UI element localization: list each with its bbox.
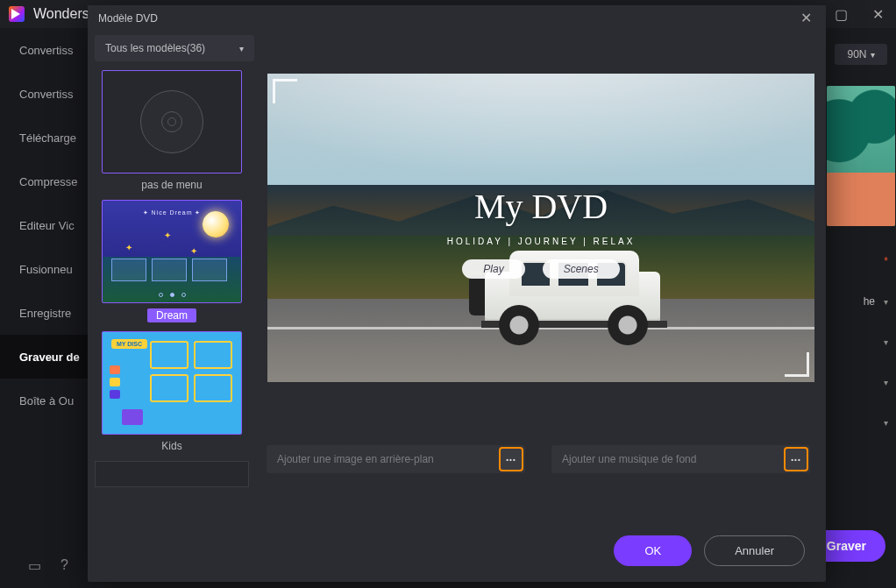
background-music-input[interactable]: Ajouter une musique de fond ••• [551, 445, 810, 473]
maximize-button[interactable]: ▢ [822, 0, 859, 28]
chevron-down-icon: ▾ [239, 44, 244, 53]
placeholder-text: Ajouter une image en arrière-plan [277, 453, 434, 465]
template-thumb: ✦ Nice Dream ✦ ✦ ✦ ✦ [102, 200, 242, 303]
template-card-more[interactable] [95, 461, 249, 487]
sidebar-item-burner[interactable]: Graveur de [0, 335, 96, 379]
preview-scenes-button[interactable]: Scenes [543, 259, 620, 279]
browse-music-button[interactable]: ••• [784, 447, 808, 471]
sidebar-item-toolbox[interactable]: Boîte à Ou [0, 379, 96, 422]
placeholder-text: Ajouter une musique de fond [562, 453, 696, 465]
sidebar-item-convert-1[interactable]: Convertiss [0, 28, 96, 72]
preview-title[interactable]: My DVD [267, 186, 814, 227]
required-mark: * [884, 255, 888, 267]
chevron-down-icon: ▾ [871, 50, 875, 60]
template-list[interactable]: pas de menu ✦ Nice Dream ✦ ✦ ✦ ✦ Dream [95, 70, 254, 519]
template-label: Dream [147, 308, 196, 322]
template-filter-select[interactable]: Tous les modèles(36) ▾ [95, 35, 254, 61]
top-right-select[interactable]: 90N▾ [835, 44, 887, 65]
preview-tags: HOLIDAY | JOURNEY | RELAX [267, 237, 814, 246]
sidebar-item-merge[interactable]: Fusionneu [0, 247, 96, 291]
right-option-row[interactable]: ▾ [827, 366, 888, 398]
template-thumb [102, 70, 242, 174]
book-icon[interactable]: ▭ [28, 557, 41, 574]
sidebar-item-compress[interactable]: Compresse [0, 159, 96, 203]
project-thumbnail[interactable] [827, 86, 895, 226]
cancel-button[interactable]: Annuler [704, 535, 805, 566]
disc-icon [140, 90, 203, 153]
sidebar-item-editor[interactable]: Editeur Vic [0, 203, 96, 247]
template-label: pas de menu [141, 179, 202, 191]
vehicle-graphic [469, 240, 679, 345]
project-thumbnail-strip [827, 86, 895, 226]
dvd-template-modal: Modèle DVD ✕ Tous les modèles(36) ▾ pas … [88, 5, 826, 582]
dvd-menu-preview: My DVD HOLIDAY | JOURNEY | RELAX Play Sc… [267, 74, 814, 382]
right-option-row[interactable]: ▾ [827, 407, 888, 438]
modal-close-button[interactable]: ✕ [797, 6, 815, 30]
preview-column: My DVD HOLIDAY | JOURNEY | RELAX Play Sc… [263, 35, 819, 519]
help-icon[interactable]: ? [60, 557, 68, 573]
close-window-button[interactable]: ✕ [859, 0, 896, 28]
template-mini-badge: MY DISC [111, 339, 147, 349]
sidebar-item-convert-2[interactable]: Convertiss [0, 72, 96, 116]
sidebar-item-record[interactable]: Enregistre [0, 291, 96, 335]
right-option-row[interactable]: ▾ [827, 326, 888, 358]
sidebar-footer: ▭ ? [0, 542, 96, 588]
preview-play-button[interactable]: Play [462, 259, 524, 279]
modal-title: Modèle DVD [98, 12, 158, 25]
template-thumb: MY DISC [102, 331, 242, 435]
crop-corner-icon [273, 79, 297, 103]
browse-image-button[interactable]: ••• [499, 447, 523, 471]
ok-button[interactable]: OK [614, 535, 692, 566]
right-option-row[interactable]: * [827, 245, 888, 277]
crop-corner-icon [785, 352, 809, 377]
moon-icon [203, 211, 229, 237]
template-card-kids[interactable]: MY DISC Kids [95, 331, 249, 452]
sidebar-item-download[interactable]: Télécharge [0, 116, 96, 159]
template-card-dream[interactable]: ✦ Nice Dream ✦ ✦ ✦ ✦ Dream [95, 200, 249, 322]
modal-footer: OK Annuler [88, 519, 826, 582]
app-logo-icon [9, 6, 25, 22]
template-label: Kids [161, 440, 181, 452]
sidebar: Convertiss Convertiss Télécharge Compres… [0, 28, 96, 588]
template-column: Tous les modèles(36) ▾ pas de menu ✦ Nic… [95, 35, 254, 519]
template-card-nomenu[interactable]: pas de menu [95, 70, 249, 191]
right-option-row[interactable]: he▾ [827, 286, 888, 317]
app-title: Wonders [33, 6, 89, 22]
background-image-input[interactable]: Ajouter une image en arrière-plan ••• [267, 445, 525, 473]
right-options: * he▾ ▾ ▾ ▾ [827, 245, 888, 447]
modal-titlebar: Modèle DVD ✕ [88, 5, 826, 32]
